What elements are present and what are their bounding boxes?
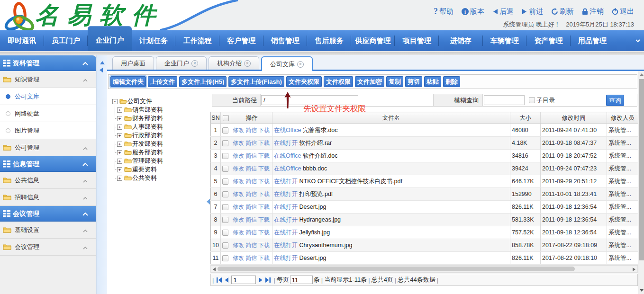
open-link[interactable]: 在线打开: [274, 178, 298, 185]
nav-item-2[interactable]: 员工门户: [44, 30, 88, 51]
tree-expand-box-icon[interactable]: +: [117, 159, 122, 164]
first-page-button[interactable]: [216, 277, 222, 283]
op-link-3[interactable]: 下载: [258, 229, 270, 236]
open-link[interactable]: 在线打开: [274, 242, 298, 249]
sidebar-item-1-1[interactable]: 知识管理: [0, 71, 96, 88]
tree-expand-box-icon[interactable]: +: [117, 142, 122, 147]
tree-node-2[interactable]: +财务部资料: [110, 114, 209, 123]
toolbar-button-11[interactable]: 删除: [443, 76, 460, 87]
nav-item-5[interactable]: 工作流程: [175, 30, 219, 51]
open-link[interactable]: 在线打开: [274, 191, 298, 197]
sidebar-item-3-1[interactable]: 基础设置: [0, 222, 96, 239]
op-link-2[interactable]: 简信: [245, 242, 257, 249]
op-link-1[interactable]: 修改: [233, 152, 244, 159]
row-checkbox[interactable]: [222, 255, 228, 261]
nav-item-10[interactable]: 项目管理: [395, 30, 439, 51]
nav-item-6[interactable]: 客户管理: [219, 30, 263, 51]
op-link-1[interactable]: 修改: [233, 255, 244, 261]
row-checkbox[interactable]: [222, 204, 228, 210]
tab-close-icon[interactable]: ×: [297, 61, 304, 68]
op-link-3[interactable]: 下载: [258, 242, 270, 249]
sidebar-item-2-2[interactable]: 招聘信息: [0, 189, 96, 206]
quicklink-help[interactable]: ?帮助: [434, 7, 454, 17]
tree-collapse-arrow-icon[interactable]: [207, 199, 210, 205]
tree-node-7[interactable]: +管理部资料: [110, 157, 209, 165]
search-button[interactable]: 查询: [606, 95, 624, 106]
op-link-2[interactable]: 简信: [245, 204, 257, 210]
hscroll-left-arrow-icon[interactable]: [213, 267, 216, 271]
open-link[interactable]: 在线Office: [274, 127, 301, 134]
prev-page-button[interactable]: [224, 277, 229, 283]
column-header-mtime[interactable]: 修改时间: [541, 112, 607, 124]
nav-item-11[interactable]: 进销存: [439, 30, 483, 51]
nav-item-12[interactable]: 车辆管理: [483, 30, 527, 51]
row-checkbox[interactable]: [222, 127, 228, 134]
vscroll-thumb[interactable]: [639, 79, 644, 260]
sidebar-splitter[interactable]: [96, 55, 107, 294]
toolbar-button-1[interactable]: 编辑文件夹: [110, 76, 146, 87]
tree-node-9[interactable]: +公共资料: [110, 174, 209, 182]
sidebar-item-1-2[interactable]: 公司文库: [0, 88, 96, 105]
op-link-2[interactable]: 简信: [245, 191, 257, 197]
tab-2[interactable]: 企业门户×: [156, 56, 207, 70]
toolbar-button-5[interactable]: 文件夹权限: [286, 76, 322, 87]
quicklink-lock[interactable]: 注销: [582, 7, 604, 16]
row-checkbox[interactable]: [222, 191, 228, 197]
op-link-3[interactable]: 下载: [258, 255, 270, 261]
toolbar-button-9[interactable]: 剪切: [405, 76, 422, 87]
splitter-collapse-up-icon[interactable]: [100, 61, 105, 64]
column-header-sn[interactable]: SN: [211, 112, 221, 124]
tree-node-8[interactable]: +重要资料: [110, 165, 209, 174]
op-link-2[interactable]: 简信: [245, 229, 257, 236]
nav-item-7[interactable]: 销售管理: [263, 30, 308, 51]
subdirectory-checkbox[interactable]: [529, 97, 535, 103]
open-link[interactable]: 在线打开: [274, 229, 298, 236]
nav-item-3[interactable]: 企业门户: [88, 26, 132, 51]
vscroll-down-button[interactable]: [638, 287, 644, 294]
tab-4[interactable]: 公司文库×: [261, 56, 313, 71]
op-link-2[interactable]: 简信: [245, 216, 257, 223]
op-link-3[interactable]: 下载: [258, 165, 270, 172]
row-checkbox[interactable]: [222, 217, 228, 223]
toolbar-button-3[interactable]: 多文件上传(H5): [179, 76, 227, 87]
sidebar-section-header[interactable]: 信息管理: [0, 156, 96, 172]
tree-node-5[interactable]: +开发部资料: [110, 140, 209, 148]
tree-expand-box-icon[interactable]: +: [117, 150, 122, 155]
quicklink-back[interactable]: 后退: [492, 7, 514, 16]
op-link-2[interactable]: 简信: [245, 127, 257, 134]
nav-item-14[interactable]: 用品管理: [571, 30, 615, 51]
nav-item-4[interactable]: 计划任务: [132, 30, 176, 51]
op-link-1[interactable]: 修改: [233, 242, 244, 249]
op-link-1[interactable]: 修改: [233, 216, 244, 223]
op-link-1[interactable]: 修改: [233, 204, 244, 210]
sidebar-item-1-4[interactable]: 图片管理: [0, 122, 96, 139]
sidebar-item-1-5[interactable]: 公司管理: [0, 139, 96, 156]
op-link-2[interactable]: 简信: [245, 255, 257, 261]
sidebar-item-3-2[interactable]: 会议管理: [0, 239, 96, 256]
vertical-scrollbar[interactable]: [638, 71, 644, 294]
tree-expand-box-icon[interactable]: +: [117, 125, 122, 130]
row-checkbox[interactable]: [222, 178, 228, 185]
row-checkbox[interactable]: [222, 242, 228, 249]
op-link-3[interactable]: 下载: [258, 127, 270, 134]
tree-expand-box-icon[interactable]: +: [117, 133, 122, 138]
sidebar-item-2-1[interactable]: 公共信息: [0, 172, 96, 189]
op-link-3[interactable]: 下载: [258, 140, 270, 146]
toolbar-button-7[interactable]: 文件加密: [355, 76, 384, 87]
open-link[interactable]: 在线Office: [274, 165, 301, 172]
hscroll-right-arrow-icon[interactable]: [633, 267, 635, 271]
op-link-3[interactable]: 下载: [258, 152, 270, 159]
op-link-2[interactable]: 简信: [245, 165, 257, 172]
horizontal-scrollbar[interactable]: [210, 265, 638, 273]
op-link-1[interactable]: 修改: [233, 127, 244, 134]
open-link[interactable]: 在线打开: [274, 255, 298, 261]
tree-node-4[interactable]: +行政部资料: [110, 131, 209, 140]
quicklink-version[interactable]: i版本: [462, 7, 484, 16]
page-number-input[interactable]: [231, 276, 256, 284]
toolbar-button-10[interactable]: 粘贴: [424, 76, 441, 87]
tree-root-node[interactable]: -公司文件: [110, 97, 209, 106]
row-checkbox[interactable]: [222, 166, 228, 172]
op-link-1[interactable]: 修改: [233, 140, 244, 146]
open-link[interactable]: 在线打开: [274, 140, 298, 146]
quicklink-forward[interactable]: 前进: [522, 7, 543, 16]
